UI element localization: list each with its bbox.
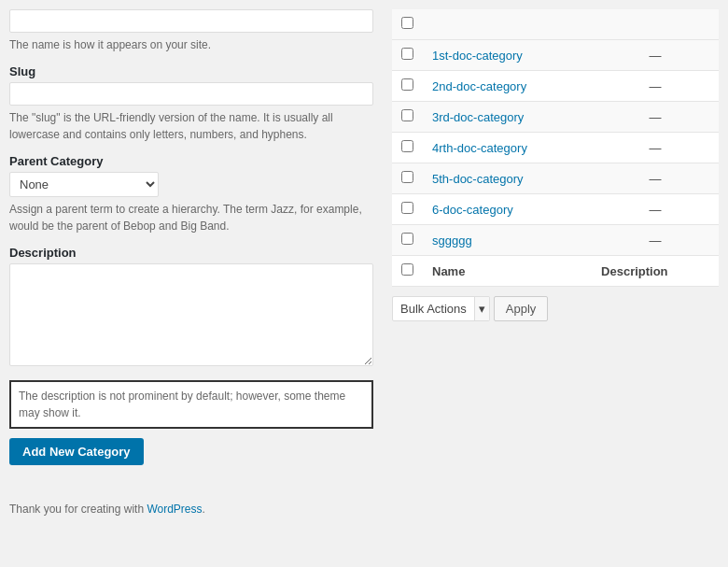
footer-name-col: Name bbox=[423, 256, 592, 287]
table-row: 3rd-doc-category — bbox=[392, 102, 719, 133]
bulk-actions-label: Bulk Actions bbox=[393, 297, 474, 320]
footer-select-all-checkbox[interactable] bbox=[401, 263, 413, 276]
table-row: 2nd-doc-category — bbox=[392, 71, 719, 102]
category-name-link[interactable]: 1st-doc-category bbox=[432, 49, 523, 63]
name-field-group: The name is how it appears on your site. bbox=[9, 9, 373, 53]
table-row: 4rth-doc-category — bbox=[392, 133, 719, 163]
description-field-group: Description bbox=[9, 246, 373, 369]
category-name-link[interactable]: sggggg bbox=[432, 234, 472, 248]
name-input[interactable] bbox=[9, 9, 373, 33]
table-row: sggggg — bbox=[392, 225, 719, 256]
wordpress-link[interactable]: WordPress bbox=[147, 503, 202, 516]
slug-label: Slug bbox=[9, 64, 373, 78]
parent-category-select[interactable]: None bbox=[9, 172, 159, 197]
table-header-row bbox=[392, 9, 719, 40]
col-header-name bbox=[423, 9, 592, 40]
row-checkbox[interactable] bbox=[401, 109, 413, 121]
table-row: 6-doc-category — bbox=[392, 194, 719, 225]
category-name-link[interactable]: 5th-doc-category bbox=[432, 172, 524, 186]
table-footer-row: Name Description bbox=[392, 256, 719, 287]
col-header-description bbox=[592, 9, 719, 40]
parent-category-label: Parent Category bbox=[9, 154, 373, 168]
table-row: 5th-doc-category — bbox=[392, 163, 719, 194]
right-panel: 1st-doc-category — 2nd-doc-category — 3r… bbox=[392, 9, 719, 465]
row-checkbox[interactable] bbox=[401, 202, 413, 214]
row-checkbox[interactable] bbox=[401, 171, 413, 183]
main-content: The name is how it appears on your site.… bbox=[0, 9, 728, 465]
bulk-actions-dropdown-arrow[interactable]: ▾ bbox=[474, 297, 489, 320]
footer: Thank you for creating with WordPress. bbox=[0, 503, 728, 516]
slug-field-group: Slug The "slug" is the URL-friendly vers… bbox=[9, 64, 373, 143]
category-description: — bbox=[592, 225, 719, 256]
table-row: 1st-doc-category — bbox=[392, 40, 719, 71]
name-help-text: The name is how it appears on your site. bbox=[9, 36, 373, 53]
category-description: — bbox=[592, 194, 719, 225]
category-description: — bbox=[592, 163, 719, 194]
page-wrapper: The name is how it appears on your site.… bbox=[0, 0, 728, 567]
parent-category-select-wrapper: None bbox=[9, 172, 373, 197]
add-new-category-button[interactable]: Add New Category bbox=[9, 438, 144, 465]
category-description: — bbox=[592, 40, 719, 71]
categories-table: 1st-doc-category — 2nd-doc-category — 3r… bbox=[392, 9, 719, 287]
category-name-link[interactable]: 4rth-doc-category bbox=[432, 141, 527, 155]
select-all-checkbox[interactable] bbox=[401, 17, 413, 29]
category-description: — bbox=[592, 102, 719, 133]
row-checkbox[interactable] bbox=[401, 48, 413, 60]
footer-text: Thank you for creating with bbox=[9, 503, 147, 516]
bulk-actions-bar: Bulk Actions ▾ Apply bbox=[392, 287, 719, 321]
left-panel: The name is how it appears on your site.… bbox=[9, 9, 392, 465]
category-name-link[interactable]: 2nd-doc-category bbox=[432, 79, 526, 93]
description-note: The description is not prominent by defa… bbox=[9, 380, 373, 429]
parent-help-text: Assign a parent term to create a hierarc… bbox=[9, 201, 373, 234]
slug-help-text: The "slug" is the URL-friendly version o… bbox=[9, 109, 373, 143]
row-checkbox[interactable] bbox=[401, 233, 413, 245]
apply-button[interactable]: Apply bbox=[494, 296, 549, 321]
footer-suffix: . bbox=[203, 503, 205, 516]
footer-desc-col: Description bbox=[592, 256, 719, 287]
row-checkbox[interactable] bbox=[401, 140, 413, 152]
category-name-link[interactable]: 6-doc-category bbox=[432, 203, 513, 217]
slug-input[interactable] bbox=[9, 82, 373, 106]
parent-category-field-group: Parent Category None Assign a parent ter… bbox=[9, 154, 373, 234]
bulk-actions-select-wrapper: Bulk Actions ▾ bbox=[392, 296, 490, 321]
row-checkbox[interactable] bbox=[401, 78, 413, 91]
description-textarea[interactable] bbox=[9, 263, 373, 366]
category-description: — bbox=[592, 133, 719, 163]
description-label: Description bbox=[9, 246, 373, 260]
category-name-link[interactable]: 3rd-doc-category bbox=[432, 110, 524, 124]
category-description: — bbox=[592, 71, 719, 102]
